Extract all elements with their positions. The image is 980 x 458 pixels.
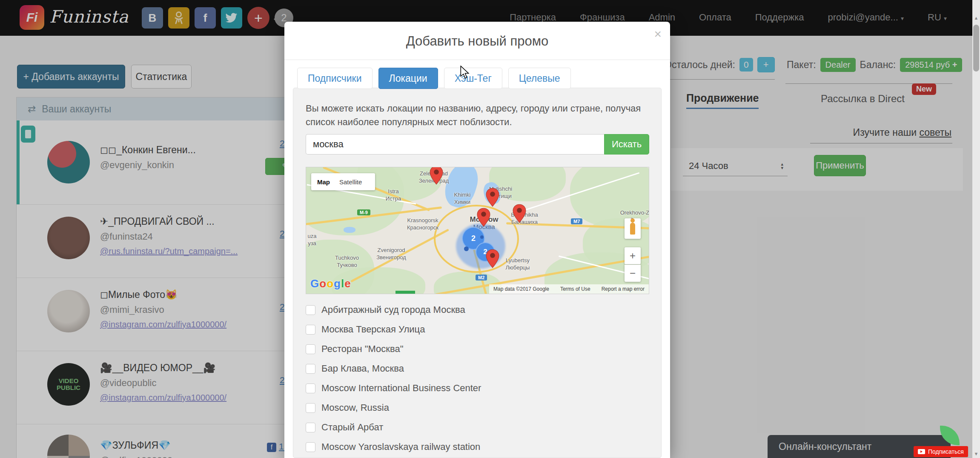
add-promo-modal: Добавить новый промо × Подписчики Локаци… [284,22,670,458]
browser-scrollbar[interactable]: ▲ ▼ [972,0,980,458]
map-pin[interactable] [513,204,526,223]
location-label: Старый Арбат [321,422,383,433]
checkbox[interactable] [306,325,315,335]
mouse-cursor [459,66,470,79]
pegman-control[interactable] [625,218,641,239]
location-search: Искать [306,134,649,155]
road-badge-m2: M2 [476,275,487,281]
scroll-up-arrow-icon[interactable]: ▲ [972,15,980,20]
map-label-istra: IstraИстра [386,188,401,202]
location-label: Moscow International Business Center [321,383,481,394]
marker-dot[interactable] [464,246,469,251]
location-label: Moscow, Russia [321,402,389,413]
scroll-down-arrow-icon[interactable]: ▼ [972,451,980,456]
map-attribution: Map data ©2017 Google Terms of Use Repor… [489,284,649,294]
terms-of-use-link[interactable]: Terms of Use [560,286,590,292]
close-icon[interactable]: × [654,27,662,41]
google-map[interactable]: М-9 M7 M2 ZelenogradЗеленоград IstraИстр… [306,167,649,294]
map-pin[interactable] [477,208,490,227]
locations-description: Вы можете искать локации по названию, ад… [306,102,659,129]
road-badge-m9: М-9 [357,209,370,215]
location-label: Арбитражный суд города Москва [321,304,465,315]
google-logo: Google [310,277,351,290]
report-map-error-link[interactable]: Report a map error [602,286,645,292]
map-label-zvenigorod: ZvenigorodЗвенигород [376,246,406,261]
location-option[interactable]: Старый Арбат [306,422,383,433]
modal-title: Добавить новый промо [284,22,670,49]
location-option[interactable]: Москва Тверская Улица [306,324,425,335]
checkbox[interactable] [306,403,315,413]
checkbox[interactable] [306,384,315,393]
zoom-in-button[interactable]: + [625,247,641,264]
youtube-play-icon [918,449,925,454]
youtube-subscribe-button[interactable]: Подписаться [914,446,968,457]
scrollbar-thumb[interactable] [973,25,979,72]
subscribe-label: Подписаться [928,448,964,455]
location-label: Ресторан "Москва" [321,344,403,355]
tab-targeted[interactable]: Целевые [508,68,571,89]
location-option[interactable]: Moscow, Russia [306,402,389,413]
checkbox[interactable] [306,344,315,354]
map-pin[interactable] [430,167,443,185]
map-label-krasnogorsk: KrasnogorskКрасногорск [407,217,438,231]
modal-header: Добавить новый промо × [284,22,670,60]
location-label: Москва Тверская Улица [321,324,425,335]
map-label-tuchkovo: TuchkovoТучково [335,254,359,269]
checkbox[interactable] [306,305,315,315]
modal-tabs: Подписчики Локации Хэш-Тег Целевые [297,68,571,89]
search-button[interactable]: Искать [604,134,649,155]
checkbox[interactable] [306,423,315,432]
map-type-map[interactable]: Map [311,178,336,186]
location-option[interactable]: Moscow International Business Center [306,383,481,394]
marker-dot[interactable] [480,235,484,239]
map-label-khimki: KhimkiХимки [454,191,470,206]
tab-subscribers[interactable]: Подписчики [297,68,373,89]
tab-hashtag[interactable]: Хэш-Тег [444,68,502,89]
map-label-ruza: uzaуза [308,232,317,247]
location-label: Moscow Yaroslavskaya railway station [321,441,480,452]
road-badge-m7: M7 [571,218,582,224]
map-pin[interactable] [486,188,499,207]
map-type-satellite[interactable]: Satellite [336,178,365,186]
location-option[interactable]: Арбитражный суд города Москва [306,304,465,315]
location-option[interactable]: Moscow Yaroslavskaya railway station [306,441,480,452]
map-pin[interactable] [486,249,499,268]
map-data-copyright: Map data ©2017 Google [493,286,549,292]
location-label: Бар Клава, Москва [321,363,404,374]
location-option[interactable]: Ресторан "Москва" [306,344,403,355]
search-input[interactable] [306,134,604,155]
map-scalebar [395,291,415,294]
checkbox[interactable] [306,442,315,452]
checkbox[interactable] [306,364,315,374]
map-label-lyubertsy: LyubertsyЛюберцы [506,257,530,271]
location-option[interactable]: Бар Клава, Москва [306,363,404,374]
tab-locations[interactable]: Локации [378,68,438,89]
zoom-out-button[interactable]: − [625,265,641,282]
map-type-control: Map Satellite [311,173,375,190]
modal-body: Вы можете искать локации по названию, ад… [293,88,662,458]
